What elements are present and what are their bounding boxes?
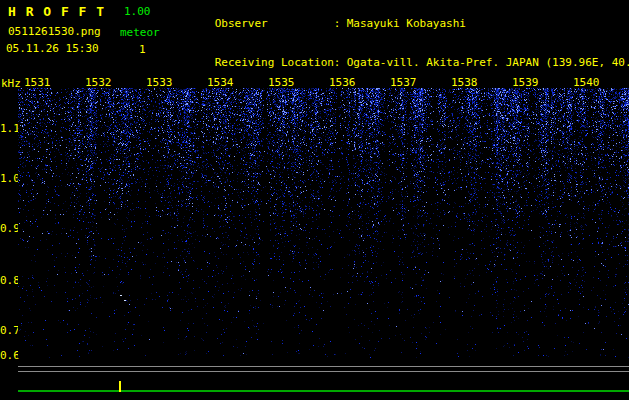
ytick-label-0-6: 0.6 (0, 349, 20, 362)
info-value: Masayuki Kobayashi (347, 17, 466, 30)
ytick-label-0-7: 0.7 (0, 324, 20, 337)
signal-level-baseline (18, 390, 629, 392)
app-version: 1.00 (124, 5, 151, 18)
mode-label: meteor (120, 26, 160, 39)
ytick-label-1-1: 1.1 (0, 122, 20, 135)
ytick-label-0-8: 0.8 (0, 274, 20, 287)
echo-count: 1 (139, 43, 146, 56)
info-label: Receiving Location (215, 56, 334, 69)
level-reference-line (18, 366, 629, 367)
ytick-label-1-0: 1.0 (0, 172, 20, 185)
info-label: Observer (215, 17, 334, 30)
info-value: Ogata-vill. Akita-Pref. JAPAN (139.96E, … (347, 56, 629, 69)
timestamp: 05.11.26 15:30 (6, 42, 99, 55)
level-marker-tick (119, 381, 121, 392)
hrofft-output-screen: H R O F F T 1.00 0511261530.png meteor 0… (0, 0, 629, 400)
spectrogram-canvas (18, 88, 629, 358)
info-colon: : (334, 56, 347, 69)
app-title: H R O F F T (8, 4, 105, 19)
info-colon: : (334, 17, 347, 30)
info-row-observer: Observer:Masayuki Kobayashi (175, 4, 629, 43)
level-reference-line (18, 371, 629, 372)
output-filename: 0511261530.png (8, 25, 101, 38)
ytick-label-0-9: 0.9 (0, 222, 20, 235)
